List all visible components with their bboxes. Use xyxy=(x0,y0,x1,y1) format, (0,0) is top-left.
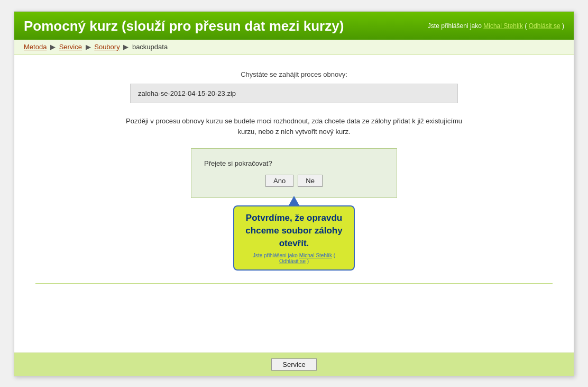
header-logout-link[interactable]: Odhlásit se xyxy=(529,22,561,30)
confirm-buttons: Ano Ne xyxy=(265,175,323,187)
ano-button[interactable]: Ano xyxy=(265,175,293,187)
tooltip-logout-link[interactable]: Odhlásit se xyxy=(279,258,306,264)
header-user-info: Jste přihlášeni jako Michal Stehlík ( Od… xyxy=(428,22,564,30)
header-user-label: Jste přihlášeni jako xyxy=(428,22,483,30)
breadcrumb-sep-2: ▶ xyxy=(86,43,91,51)
tooltip-wrapper: Potvrdíme, že opravdu chceme soubor zálo… xyxy=(233,196,355,271)
tooltip-arrow xyxy=(289,196,299,205)
tooltip-sub-text: Jste přihlášeni jako Michal Stehlík ( Od… xyxy=(244,253,344,264)
filename-display: zaloha-se-2012-04-15-20-23.zip xyxy=(130,84,458,103)
tooltip-sub-label: Jste přihlášeni jako xyxy=(253,253,299,258)
main-content: Chystáte se zahájit proces obnovy: zaloh… xyxy=(14,55,574,353)
breadcrumb-current: backupdata xyxy=(132,43,168,51)
service-button[interactable]: Service xyxy=(271,358,316,371)
breadcrumb-service[interactable]: Service xyxy=(59,43,82,51)
ne-button[interactable]: Ne xyxy=(298,175,323,187)
page-title: Pomocný kurz (slouží pro přesun dat mezi… xyxy=(24,18,344,34)
header-user-link[interactable]: Michal Stehlík xyxy=(483,22,523,30)
breadcrumb-metoda[interactable]: Metoda xyxy=(24,43,47,51)
section-label: Chystáte se zahájit proces obnovy: xyxy=(241,70,347,78)
breadcrumb-soubory[interactable]: Soubory xyxy=(94,43,120,51)
confirm-box: Přejete si pokračovat? Ano Ne xyxy=(191,148,397,198)
content-divider xyxy=(35,283,553,284)
tooltip-main-text: Potvrdíme, že opravdu chceme soubor zálo… xyxy=(244,212,344,249)
footer-bar: Service xyxy=(14,353,574,376)
breadcrumb-sep-3: ▶ xyxy=(123,43,128,51)
page-header: Pomocný kurz (slouží pro přesun dat mezi… xyxy=(14,12,574,40)
confirm-question: Přejete si pokračovat? xyxy=(204,159,272,167)
content-top: Chystáte se zahájit proces obnovy: zaloh… xyxy=(35,70,553,271)
info-text: Později v procesu obnovy kurzu se budete… xyxy=(122,116,466,138)
breadcrumb: Metoda ▶ Service ▶ Soubory ▶ backupdata xyxy=(14,40,574,55)
tooltip-user-link[interactable]: Michal Stehlík xyxy=(299,253,332,258)
tooltip-bubble: Potvrdíme, že opravdu chceme soubor zálo… xyxy=(233,205,355,271)
breadcrumb-sep-1: ▶ xyxy=(50,43,56,51)
